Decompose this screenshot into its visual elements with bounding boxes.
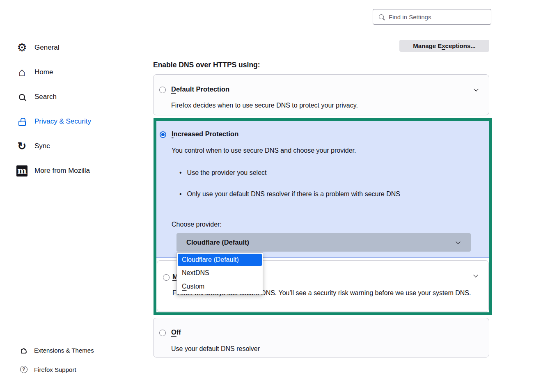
sidebar-item-more-from-mozilla[interactable]: More from Mozilla bbox=[16, 158, 123, 183]
settings-sidebar: General Home Search Privacy & Security S… bbox=[16, 35, 123, 183]
manage-exceptions-accesskey: x bbox=[442, 42, 445, 49]
doh-option-default-protection[interactable]: Default Protection Firefox decides when … bbox=[153, 74, 489, 115]
doh-section-heading: Enable DNS over HTTPS using: bbox=[153, 61, 260, 69]
chevron-down-icon bbox=[456, 239, 460, 244]
lock-icon bbox=[16, 116, 28, 127]
default-protection-description: Firefox decides when to use secure DNS t… bbox=[171, 102, 358, 109]
settings-search-box[interactable] bbox=[373, 9, 491, 25]
choose-provider-label: Choose provider: bbox=[172, 221, 222, 228]
doh-option-off[interactable]: Off Use your default DNS resolver bbox=[153, 318, 489, 358]
off-label: Off bbox=[171, 328, 181, 336]
doh-option-increased-protection[interactable]: Increased Protection You control when to… bbox=[156, 121, 489, 258]
increased-protection-description: You control when to use secure DNS and c… bbox=[172, 147, 356, 154]
increased-bullet-2: Only use your default DNS resolver if th… bbox=[179, 190, 400, 198]
provider-select[interactable]: Cloudflare (Default) bbox=[176, 233, 471, 252]
home-icon bbox=[16, 67, 28, 78]
off-radio[interactable] bbox=[159, 330, 166, 336]
increased-protection-radio[interactable] bbox=[160, 131, 166, 138]
sidebar-item-label: Home bbox=[34, 68, 53, 76]
sidebar-item-home[interactable]: Home bbox=[16, 60, 123, 85]
gear-icon bbox=[16, 42, 28, 53]
default-protection-label: Default Protection bbox=[171, 85, 229, 93]
sidebar-item-label: Sync bbox=[34, 142, 50, 150]
sidebar-item-label: Search bbox=[34, 93, 57, 101]
max-protection-radio[interactable] bbox=[163, 274, 170, 281]
sidebar-item-privacy-security[interactable]: Privacy & Security bbox=[16, 109, 123, 134]
manage-exceptions-label-pre: Manage E bbox=[413, 42, 442, 49]
default-protection-radio[interactable] bbox=[159, 87, 166, 93]
off-description: Use your default DNS resolver bbox=[171, 345, 260, 353]
sync-icon bbox=[16, 141, 28, 152]
dropdown-item-custom[interactable]: Custom bbox=[178, 280, 262, 293]
puzzle-icon bbox=[20, 346, 28, 354]
search-icon bbox=[16, 92, 28, 103]
chevron-down-icon[interactable] bbox=[474, 87, 478, 91]
sidebar-footer-label: Extensions & Themes bbox=[34, 347, 94, 354]
increased-protection-label: Increased Protection bbox=[172, 130, 238, 138]
dropdown-item-cloudflare[interactable]: Cloudflare (Default) bbox=[178, 254, 262, 266]
sidebar-item-search[interactable]: Search bbox=[16, 85, 123, 109]
mozilla-logo-icon bbox=[16, 165, 28, 177]
sidebar-item-label: More from Mozilla bbox=[34, 167, 90, 175]
provider-dropdown-menu: Cloudflare (Default) NextDNS Custom bbox=[176, 252, 263, 294]
sidebar-item-sync[interactable]: Sync bbox=[16, 134, 123, 158]
search-icon bbox=[379, 14, 384, 19]
dropdown-item-nextdns[interactable]: NextDNS bbox=[178, 266, 262, 280]
chevron-down-icon[interactable] bbox=[473, 273, 478, 277]
search-input[interactable] bbox=[389, 14, 491, 21]
sidebar-item-firefox-support[interactable]: Firefox Support bbox=[20, 365, 76, 374]
sidebar-item-general[interactable]: General bbox=[16, 35, 123, 60]
manage-exceptions-label-post: ceptions... bbox=[445, 42, 476, 49]
manage-exceptions-button[interactable]: Manage Exceptions... bbox=[399, 40, 489, 52]
sidebar-item-label: General bbox=[34, 44, 59, 52]
sidebar-footer-label: Firefox Support bbox=[34, 366, 76, 373]
increased-bullet-1: Use the provider you select bbox=[179, 169, 266, 177]
provider-select-value: Cloudflare (Default) bbox=[186, 238, 249, 246]
sidebar-item-label: Privacy & Security bbox=[34, 117, 91, 126]
help-icon bbox=[20, 365, 28, 374]
sidebar-item-extensions-themes[interactable]: Extensions & Themes bbox=[20, 346, 94, 354]
